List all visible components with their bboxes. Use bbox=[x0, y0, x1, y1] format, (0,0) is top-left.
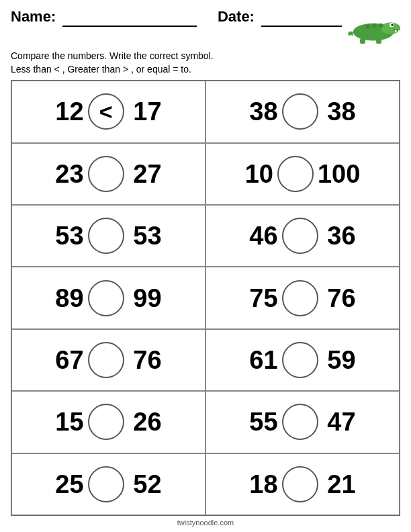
symbol-circle[interactable] bbox=[282, 93, 318, 130]
problem-cell: 1821 bbox=[205, 453, 400, 515]
instruction-line2: Less than < , Greater than > , or equal … bbox=[11, 63, 400, 77]
symbol-circle[interactable] bbox=[88, 280, 124, 316]
name-date-line: Name: Date: bbox=[11, 8, 347, 27]
svg-rect-7 bbox=[360, 38, 365, 44]
symbol-circle[interactable] bbox=[277, 156, 314, 192]
svg-point-9 bbox=[366, 24, 370, 28]
number-left: 46 bbox=[249, 223, 277, 249]
problem-cell: 6159 bbox=[205, 329, 400, 391]
header-row: Name: Date: bbox=[11, 8, 400, 48]
number-right: 27 bbox=[128, 161, 162, 187]
symbol-circle[interactable] bbox=[88, 404, 124, 440]
symbol-circle[interactable] bbox=[282, 218, 318, 254]
problem-cell: 10100 bbox=[205, 143, 400, 205]
problem-cell: 6776 bbox=[11, 329, 205, 391]
problem-cell: 7576 bbox=[205, 267, 400, 328]
symbol-circle[interactable] bbox=[88, 218, 124, 254]
problem-cell: 12<17 bbox=[11, 81, 205, 142]
crocodile-icon bbox=[347, 8, 400, 48]
date-label: Date: bbox=[218, 8, 255, 25]
number-left: 38 bbox=[249, 99, 277, 124]
symbol-circle[interactable] bbox=[88, 156, 124, 192]
problem-cell: 3838 bbox=[205, 81, 400, 142]
page: Name: Date: bbox=[0, 0, 411, 532]
number-left: 18 bbox=[249, 472, 277, 497]
date-field[interactable] bbox=[261, 8, 342, 27]
symbol-circle[interactable] bbox=[282, 342, 318, 378]
number-left: 10 bbox=[245, 161, 273, 187]
number-right: 26 bbox=[128, 409, 162, 435]
symbol-circle[interactable] bbox=[88, 342, 124, 378]
problem-cell: 2327 bbox=[11, 143, 205, 205]
footer: twistynoodle.com bbox=[11, 519, 400, 527]
number-left: 55 bbox=[249, 409, 277, 435]
number-left: 67 bbox=[55, 347, 83, 373]
number-left: 25 bbox=[55, 472, 83, 497]
number-right: 38 bbox=[322, 99, 356, 124]
number-left: 75 bbox=[249, 285, 277, 311]
number-left: 53 bbox=[55, 223, 83, 249]
number-right: 99 bbox=[128, 285, 162, 311]
symbol-circle[interactable] bbox=[282, 280, 318, 316]
number-right: 76 bbox=[128, 347, 162, 373]
instruction-line1: Compare the numbers. Write the correct s… bbox=[11, 50, 400, 63]
problems-grid: 12<1738382327101005353463689997576677661… bbox=[11, 80, 400, 516]
symbol-circle[interactable] bbox=[282, 404, 318, 440]
number-left: 15 bbox=[55, 409, 83, 435]
number-right: 47 bbox=[322, 409, 356, 435]
problem-cell: 2552 bbox=[11, 453, 205, 515]
problem-cell: 5353 bbox=[11, 205, 205, 267]
problem-cell: 4636 bbox=[205, 205, 400, 267]
number-left: 23 bbox=[55, 161, 83, 187]
footer-url: twistynoodle.com bbox=[177, 519, 234, 527]
name-label: Name: bbox=[11, 8, 56, 25]
number-right: 59 bbox=[322, 347, 356, 373]
number-right: 17 bbox=[128, 99, 162, 124]
number-right: 36 bbox=[322, 223, 356, 249]
number-right: 76 bbox=[322, 285, 356, 311]
svg-rect-5 bbox=[395, 30, 396, 32]
number-left: 12 bbox=[55, 99, 83, 124]
symbol-circle[interactable] bbox=[88, 466, 124, 502]
number-right: 53 bbox=[128, 223, 162, 249]
number-right: 100 bbox=[318, 161, 360, 187]
instructions: Compare the numbers. Write the correct s… bbox=[11, 50, 400, 76]
svg-point-4 bbox=[391, 24, 393, 26]
symbol-circle[interactable]: < bbox=[88, 93, 124, 130]
svg-point-10 bbox=[372, 24, 376, 28]
number-right: 21 bbox=[322, 472, 356, 497]
svg-point-11 bbox=[379, 24, 383, 28]
svg-rect-6 bbox=[398, 30, 400, 32]
number-right: 52 bbox=[128, 472, 162, 497]
problem-cell: 8999 bbox=[11, 267, 205, 328]
problem-cell: 1526 bbox=[11, 391, 205, 453]
number-left: 89 bbox=[55, 285, 83, 311]
symbol-circle[interactable] bbox=[282, 466, 318, 502]
svg-rect-8 bbox=[376, 38, 381, 44]
number-left: 61 bbox=[249, 347, 277, 373]
problem-cell: 5547 bbox=[205, 391, 400, 453]
name-field[interactable] bbox=[62, 8, 197, 27]
